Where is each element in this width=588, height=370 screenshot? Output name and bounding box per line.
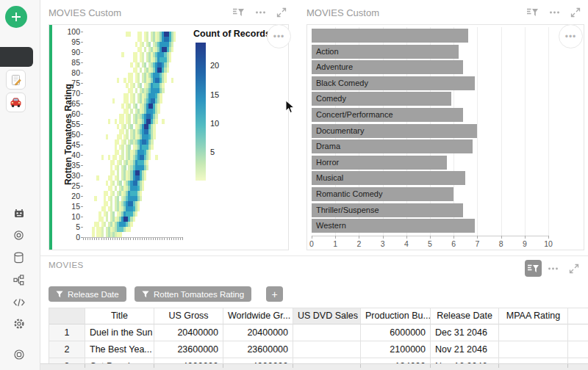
y-tick <box>81 62 83 63</box>
gridline <box>501 27 502 236</box>
robot-icon[interactable] <box>12 207 25 220</box>
heatmap-cell <box>171 47 173 52</box>
more-options-icon[interactable] <box>548 264 559 274</box>
heatmap-cell <box>117 170 119 175</box>
column-header[interactable]: Release Date <box>431 308 499 324</box>
lens-icon[interactable] <box>12 229 25 242</box>
heatmap-cell <box>106 191 108 196</box>
heatmap-cell <box>169 57 171 62</box>
table-cell[interactable]: Dec 31 2046 <box>431 324 499 341</box>
heatmap-cell <box>140 37 142 42</box>
heatmap-cell <box>169 52 171 57</box>
heatmap-cell <box>101 217 104 222</box>
filter-pill-release-date[interactable]: Release Date <box>49 286 126 302</box>
table-cell[interactable]: 23600000 <box>154 341 223 358</box>
table-cell[interactable] <box>568 324 588 341</box>
heatmap-cell <box>123 139 126 145</box>
bar <box>312 29 468 43</box>
column-header[interactable]: Production Bu... <box>361 308 431 324</box>
filter-sort-icon[interactable] <box>526 7 539 18</box>
y-tick-label: 10 <box>61 212 80 221</box>
y-tick <box>81 196 83 197</box>
heatmap-cell <box>96 175 98 181</box>
expand-icon[interactable] <box>570 7 581 18</box>
column-header[interactable]: US Gross <box>154 308 223 324</box>
heatmap-cell <box>130 222 132 227</box>
column-header[interactable]: US DVD Sales <box>293 308 361 324</box>
plus-label: + <box>271 289 277 300</box>
table-cell[interactable]: Nov 21 2046 <box>431 341 499 358</box>
table-cell[interactable] <box>568 341 588 358</box>
heatmap-cell <box>133 93 135 98</box>
bar-chart-panel: ••• ActionAdventureBlack ComedyComedyCon… <box>306 24 584 250</box>
bar-label: Comedy <box>316 92 346 106</box>
x-tick-label: 9 <box>517 239 532 248</box>
plus-icon <box>11 12 21 22</box>
filter-pill-rotten-tomatoes[interactable]: Rotten Tomatoes Rating <box>135 286 251 302</box>
x-axis-line <box>83 237 182 238</box>
table-cell[interactable]: 6000000 <box>361 324 431 341</box>
table-cell[interactable]: 20400000 <box>223 324 293 341</box>
table-cell[interactable]: 20400000 <box>154 324 223 341</box>
table-cell[interactable]: Duel in the Sun <box>85 324 154 341</box>
heatmap-cell <box>126 109 128 114</box>
heatmap-cell <box>117 150 119 155</box>
y-tick <box>81 134 83 135</box>
help-buoy-icon[interactable] <box>12 348 25 360</box>
table-cell[interactable]: 2 <box>49 341 85 358</box>
heatmap-cell <box>110 186 112 191</box>
table-cell[interactable]: The Best Yea... <box>85 341 154 358</box>
more-options-icon[interactable] <box>549 7 560 18</box>
table-cell[interactable] <box>499 341 568 358</box>
filter-sort-icon[interactable] <box>232 7 245 18</box>
table-cell[interactable] <box>293 324 361 341</box>
heatmap-cell <box>128 32 130 37</box>
y-tick <box>81 175 83 176</box>
table-cell[interactable]: 2100000 <box>361 341 431 358</box>
data-table: TitleUS GrossWorldwide Gr...US DVD Sales… <box>49 308 588 370</box>
heatmap-cell <box>173 32 176 37</box>
heatmap-cell <box>153 134 155 139</box>
heatmap-cell <box>117 139 119 145</box>
heatmap-cell <box>121 145 123 150</box>
chart-menu-button[interactable]: ••• <box>267 24 291 48</box>
more-options-icon[interactable] <box>255 7 266 18</box>
column-header[interactable]: Ru <box>568 308 588 324</box>
gear-icon[interactable] <box>12 317 25 330</box>
heatmap-cell <box>110 206 112 211</box>
chart-menu-button[interactable]: ••• <box>559 24 583 48</box>
x-tick-label: 6 <box>446 239 461 248</box>
add-dataset-button[interactable] <box>5 6 27 28</box>
table-cell[interactable] <box>293 341 361 358</box>
heatmap-cell <box>112 191 115 196</box>
heatmap-cell <box>144 62 146 68</box>
scrollbar-notch <box>567 364 568 368</box>
heatmap-cell <box>106 181 108 186</box>
flow-icon[interactable] <box>12 274 25 286</box>
column-header[interactable]: MPAA Rating <box>499 308 568 324</box>
add-filter-pill[interactable]: + <box>266 286 283 302</box>
column-header[interactable]: Worldwide Gr... <box>223 308 293 324</box>
table-filter-button-active[interactable] <box>525 260 542 277</box>
bar-label: Action <box>316 45 339 59</box>
table-cell[interactable]: 1 <box>49 324 85 341</box>
y-tick <box>81 165 83 166</box>
horizontal-scrollbar[interactable] <box>40 363 588 370</box>
column-header[interactable]: Title <box>85 308 154 324</box>
heatmap-cell <box>162 83 164 88</box>
table-cell[interactable] <box>499 324 568 341</box>
y-tick-label: 5 <box>61 222 80 231</box>
database-icon[interactable] <box>12 251 25 264</box>
x-tick <box>477 236 478 239</box>
table-cell[interactable]: 23600000 <box>223 341 293 358</box>
heatmap-cell <box>96 222 98 227</box>
expand-icon[interactable] <box>276 7 287 18</box>
code-icon[interactable] <box>12 296 25 308</box>
expand-icon[interactable] <box>569 264 579 274</box>
column-header[interactable] <box>49 308 85 324</box>
heatmap-cell <box>155 155 157 160</box>
sidebar-item-cars[interactable] <box>6 92 26 112</box>
sidebar-item-notes[interactable] <box>6 70 26 90</box>
scrollbar-notch <box>293 364 293 368</box>
sidebar-item-movies[interactable] <box>0 47 33 67</box>
